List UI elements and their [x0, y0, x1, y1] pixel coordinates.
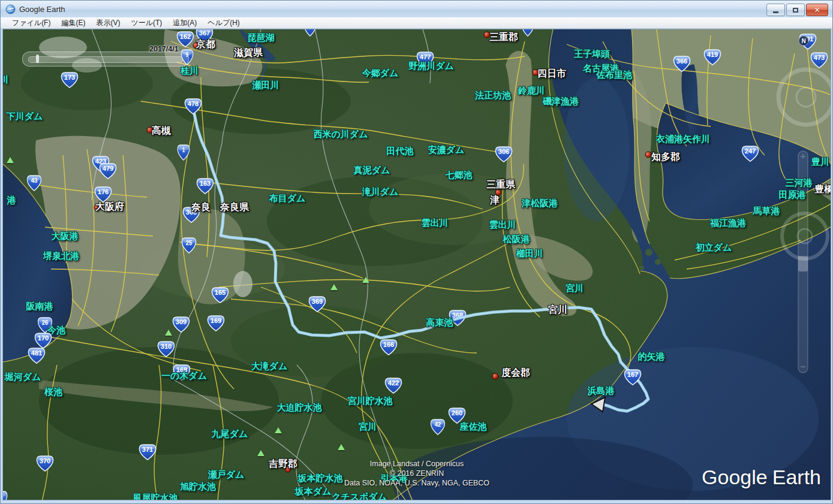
- route-shield: 369: [308, 295, 327, 313]
- peak-icon: [275, 427, 282, 433]
- route-shield: [303, 29, 317, 37]
- water-feature-label: 浜島港: [588, 385, 615, 397]
- google-earth-watermark: GoogleEarth: [702, 466, 821, 489]
- place-label: 津: [490, 194, 500, 207]
- svg-text:473: 473: [814, 54, 825, 61]
- route-shield: 43: [26, 174, 43, 192]
- place-label: 高槻: [152, 125, 171, 137]
- water-feature-label: 風屋貯水池: [133, 493, 178, 501]
- title-bar[interactable]: Google Earth ✕: [1, 1, 832, 17]
- water-feature-label: 西米の川ダム: [313, 129, 368, 140]
- peak-icon: [7, 157, 14, 163]
- svg-text:371: 371: [142, 446, 154, 453]
- place-label: 奈良県: [220, 201, 249, 214]
- minimize-icon: [773, 11, 778, 13]
- route-shield: 163: [196, 177, 215, 195]
- route-shield: [2, 490, 8, 500]
- water-feature-label: 滝川ダム: [362, 186, 399, 198]
- time-slider-handle[interactable]: [36, 55, 39, 63]
- water-feature-label: 下川ダム: [7, 111, 43, 122]
- route-shield: 473: [810, 51, 829, 69]
- svg-text:165: 165: [215, 289, 226, 296]
- water-feature-label: 的矢港: [638, 351, 665, 363]
- svg-text:176: 176: [98, 188, 109, 195]
- route-shield: 165: [210, 286, 230, 304]
- compass-north-button[interactable]: N: [799, 36, 809, 46]
- route-shield: 306: [494, 145, 514, 163]
- water-feature-label: 九尾ダム: [212, 428, 248, 440]
- water-feature-label: 港: [7, 195, 16, 206]
- route-shield: [521, 29, 535, 37]
- place-pin-icon: [645, 152, 652, 158]
- svg-text:43: 43: [31, 177, 38, 184]
- menu-item[interactable]: ツール(T): [125, 17, 167, 29]
- water-feature-label: 大迫貯水池: [277, 402, 322, 414]
- water-feature-label: 宮川: [566, 283, 584, 294]
- route-shield: 247: [741, 144, 760, 162]
- route-shield: 478: [184, 97, 203, 115]
- water-feature-label: 大滝ダム: [251, 361, 288, 372]
- place-label: 奈良: [191, 201, 210, 214]
- route-shield: 260: [447, 406, 467, 424]
- svg-text:310: 310: [161, 343, 172, 350]
- svg-text:477: 477: [420, 53, 431, 61]
- menu-item[interactable]: 表示(V): [91, 17, 125, 29]
- close-button[interactable]: ✕: [806, 4, 828, 16]
- water-feature-label: 宮川貯水池: [348, 396, 393, 407]
- window-title: Google Earth: [19, 5, 65, 14]
- svg-text:260: 260: [452, 409, 463, 417]
- water-feature-label: 布目ダム: [269, 193, 306, 204]
- water-feature-label: 豊川: [811, 156, 829, 168]
- svg-text:369: 369: [312, 298, 323, 305]
- route-shield: 1: [176, 143, 191, 161]
- svg-text:422: 422: [388, 379, 399, 387]
- close-icon: ✕: [814, 7, 820, 14]
- water-feature-label: 一の木ダム: [161, 370, 207, 382]
- place-label: 京都: [196, 38, 215, 51]
- minimize-button[interactable]: [766, 4, 785, 16]
- route-shield: 366: [672, 55, 692, 73]
- route-shield: 166: [379, 338, 399, 356]
- menu-item[interactable]: 追加(A): [167, 17, 202, 29]
- water-feature-label: 櫛田川: [516, 248, 543, 259]
- water-feature-label: 王子埠頭: [574, 49, 610, 60]
- place-pin-icon: [492, 373, 499, 380]
- water-feature-label: 馬草港: [753, 206, 780, 217]
- place-label: 知多郡: [651, 151, 680, 164]
- maximize-icon: [793, 8, 798, 13]
- map-canvas[interactable]: 2017/4/1 N Image Landsat / Copernicus© 2…: [2, 29, 831, 500]
- water-feature-label: 雲出川: [489, 219, 516, 231]
- svg-text:170: 170: [38, 334, 49, 342]
- maximize-button[interactable]: [786, 4, 805, 16]
- svg-text:481: 481: [31, 349, 43, 357]
- menu-item[interactable]: ヘルプ(H): [202, 17, 245, 29]
- peak-icon: [257, 450, 264, 456]
- water-feature-label: 今郷ダム: [362, 68, 399, 79]
- water-feature-label: 真泥ダム: [354, 165, 390, 176]
- google-earth-icon: [5, 4, 16, 14]
- time-slider[interactable]: [22, 52, 189, 67]
- water-feature-label: 野洲川ダム: [408, 61, 454, 72]
- water-feature-label: 高束池: [426, 317, 453, 328]
- menu-item[interactable]: ファイル(F): [7, 17, 56, 29]
- menu-item[interactable]: 編集(E): [56, 17, 91, 29]
- place-label: 宮川: [548, 304, 567, 316]
- place-label: 豊橋: [814, 183, 831, 196]
- water-feature-label: 初立ダム: [696, 242, 732, 253]
- water-feature-label: クチスボダム: [332, 491, 387, 501]
- place-label: 滋賀県: [234, 47, 263, 59]
- svg-text:42: 42: [435, 421, 441, 428]
- svg-text:366: 366: [676, 58, 688, 65]
- time-slider-track[interactable]: [28, 56, 183, 63]
- svg-text:173: 173: [64, 74, 76, 81]
- water-feature-label: 田原港: [779, 189, 806, 201]
- svg-text:166: 166: [383, 341, 395, 348]
- route-shield: 371: [138, 443, 158, 461]
- svg-text:306: 306: [498, 148, 510, 155]
- menu-bar: ファイル(F)編集(E)表示(V)ツール(T)追加(A)ヘルプ(H): [1, 17, 832, 29]
- water-feature-label: 堺泉北港: [43, 251, 79, 262]
- route-shield: 422: [384, 376, 404, 394]
- svg-text:368: 368: [452, 312, 464, 319]
- water-feature-label: 琵琶湖: [248, 32, 275, 44]
- route-shield: 310: [157, 340, 176, 358]
